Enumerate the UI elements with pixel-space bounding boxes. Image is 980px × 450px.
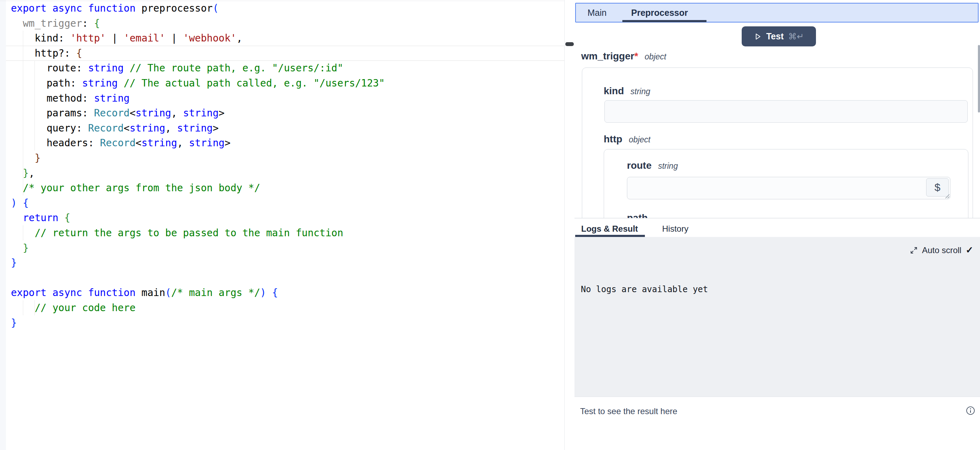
code-token	[11, 17, 23, 29]
code-token: {	[272, 287, 278, 298]
form-scrollbar[interactable]	[978, 45, 980, 112]
code-token: (	[165, 287, 171, 298]
code-token	[59, 212, 64, 223]
check-icon: ✓	[966, 245, 973, 255]
code-line[interactable]: // your code here	[11, 300, 135, 315]
route-field-header: route string	[627, 160, 678, 171]
code-token: string	[183, 107, 219, 119]
code-token: route:	[11, 62, 88, 74]
code-token: {	[94, 17, 100, 29]
code-token	[11, 212, 23, 223]
code-token	[11, 227, 35, 239]
code-line[interactable]: return {	[11, 210, 70, 225]
code-token	[11, 182, 23, 194]
code-token	[11, 302, 35, 314]
current-line-highlight	[6, 46, 564, 61]
tab-logs-result[interactable]: Logs & Result	[581, 221, 638, 237]
resize-handle-icon[interactable]	[945, 193, 950, 199]
code-token: }	[11, 317, 17, 329]
logs-result-panel: Logs & Result History Auto scroll ✓ No l…	[574, 218, 980, 450]
route-type: string	[658, 162, 678, 171]
result-placeholder: Test to see the result here	[580, 406, 677, 416]
code-token: 'webhook'	[183, 32, 237, 44]
code-token: /* main args */	[171, 287, 260, 298]
code-token: export async function	[11, 2, 135, 14]
code-line[interactable]: },	[11, 166, 35, 181]
expand-icon[interactable]	[910, 246, 918, 254]
play-icon	[754, 33, 762, 40]
code-token: |	[106, 32, 124, 44]
path-name: path	[627, 212, 648, 218]
code-line[interactable]: ) {	[11, 195, 29, 211]
arg-header: wm_trigger* object	[581, 51, 667, 62]
code-line[interactable]: route: string // The route path, e.g. "/…	[11, 60, 343, 76]
path-field-header: path	[627, 212, 648, 218]
test-button-shortcut: ⌘↵	[788, 32, 803, 41]
code-token: query:	[11, 122, 88, 134]
active-tab-underline	[622, 20, 706, 22]
code-token: ,	[237, 32, 243, 44]
tab-history[interactable]: History	[662, 221, 689, 237]
code-line[interactable]: headers: Record<string, string>	[11, 135, 231, 151]
code-line[interactable]: /* your other args from the json body */	[11, 181, 260, 195]
code-line[interactable]: wm_trigger: {	[11, 16, 100, 31]
code-editor[interactable]: export async function preprocessor( wm_t…	[0, 0, 574, 450]
code-line[interactable]: }	[11, 241, 29, 255]
tab-preprocessor[interactable]: Preprocessor	[631, 3, 688, 22]
code-token: }	[23, 167, 29, 179]
function-tabbar: Main Preprocessor	[575, 3, 978, 22]
code-token: (	[213, 2, 219, 14]
code-line[interactable]: method: string	[11, 91, 130, 106]
code-line[interactable]: params: Record<string, string>	[11, 106, 224, 120]
code-token: ,	[171, 107, 183, 119]
route-name: route	[627, 160, 652, 171]
code-token: // The route path, e.g. "/users/:id"	[130, 62, 343, 74]
code-token: :	[82, 17, 94, 29]
code-line[interactable]: // return the args to be passed to the m…	[11, 225, 343, 241]
code-token: string	[189, 137, 224, 149]
code-line[interactable]: path: string // The actual path called, …	[11, 76, 385, 91]
code-token: headers:	[11, 137, 100, 149]
code-token: string	[135, 107, 171, 119]
code-token: {	[76, 48, 82, 59]
code-token: ,	[29, 167, 35, 179]
code-line[interactable]: }	[11, 255, 17, 270]
code-line[interactable]: kind: 'http' | 'email' | 'webhook',	[11, 30, 242, 46]
arg-name: wm_trigger	[581, 51, 634, 62]
arg-type: object	[644, 52, 666, 61]
code-token: string	[142, 137, 177, 149]
code-token: }	[23, 242, 29, 254]
code-line[interactable]: http?: {	[11, 46, 82, 61]
code-token: // your code here	[35, 302, 135, 314]
code-token: {	[23, 197, 29, 209]
autoscroll-control[interactable]: Auto scroll ✓	[910, 245, 973, 255]
kind-name: kind	[604, 86, 624, 96]
tab-main[interactable]: Main	[587, 3, 606, 22]
code-token	[266, 287, 272, 298]
code-line[interactable]: export async function preprocessor(	[11, 1, 219, 16]
code-token: string	[82, 78, 118, 89]
code-token: kind:	[11, 32, 70, 44]
code-token: /* your other args from the json body */	[23, 182, 260, 194]
code-token: params:	[11, 107, 94, 119]
code-token: export async function	[11, 287, 135, 298]
code-token: |	[165, 32, 183, 44]
logs-area: Auto scroll ✓ No logs are available yet	[574, 237, 980, 397]
code-token: <	[130, 107, 135, 119]
code-token: preprocessor	[135, 2, 213, 14]
info-icon[interactable]	[966, 406, 975, 415]
route-input[interactable]	[627, 177, 950, 199]
code-line[interactable]: export async function main(/* main args …	[11, 285, 278, 300]
code-token: path:	[11, 78, 82, 89]
editor-glyph-margin	[0, 0, 6, 450]
code-line[interactable]: query: Record<string, string>	[11, 120, 219, 136]
code-line[interactable]: }	[11, 315, 17, 331]
code-line[interactable]: }	[11, 151, 40, 166]
code-token	[17, 197, 23, 209]
code-token: ,	[177, 137, 189, 149]
test-button[interactable]: Test ⌘↵	[742, 26, 816, 46]
code-token: main	[135, 287, 165, 298]
code-token: wm_trigger	[23, 17, 83, 29]
kind-input[interactable]	[605, 100, 968, 123]
code-token: http?:	[11, 48, 76, 59]
